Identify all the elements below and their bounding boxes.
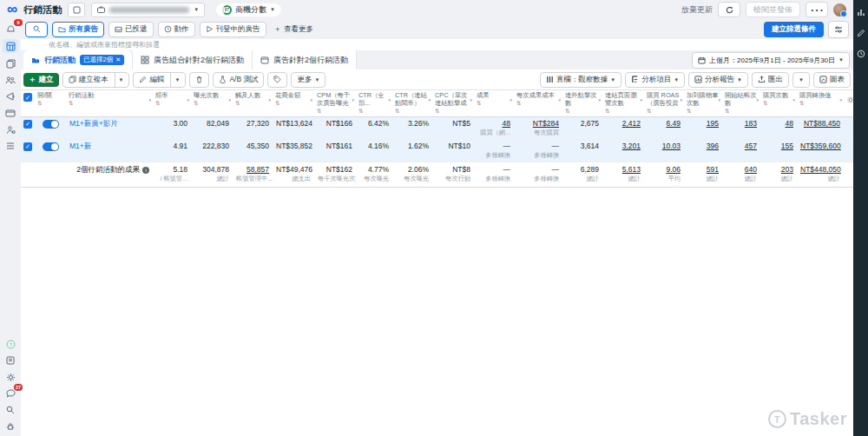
reports-button[interactable]: 分析報告 ▼ (688, 72, 748, 88)
metric-cell: 6.49 (644, 116, 684, 139)
delete-button[interactable] (189, 72, 209, 88)
col-header[interactable]: 花費金額⇅▼ (273, 90, 314, 117)
all-tools-icon[interactable] (3, 140, 17, 152)
col-header[interactable]: 購買 ROAS（廣告投資報...⇅▼ (644, 90, 684, 117)
col-header[interactable]: 購買次數⇅▼ (760, 90, 797, 117)
row-toggle[interactable] (35, 139, 66, 162)
ab-test-button[interactable]: A/B 測試 (213, 72, 264, 88)
breakdown-button[interactable]: 分析項目 ▼ (625, 72, 685, 88)
close-icon[interactable]: ✕ (115, 55, 121, 65)
sliders-icon (834, 26, 843, 33)
charts-button[interactable]: 圖表 (813, 72, 851, 88)
filter-chip-all-ads[interactable]: 所有廣告 (52, 22, 104, 37)
review-publish-button[interactable]: 檢閱並發佈 (746, 2, 800, 17)
gear-icon[interactable] (3, 371, 17, 383)
alerts-badge: 9 (14, 19, 23, 26)
filter-chip-active-ads[interactable]: 刊登中的廣告 (200, 22, 266, 37)
row-toggle[interactable] (35, 116, 66, 139)
duplicate-button[interactable]: 建立複本 ▼ (62, 72, 130, 88)
create-filter-button[interactable]: 建立篩選條件 (764, 22, 824, 37)
sidebar-item-audiences[interactable] (3, 74, 17, 86)
date-range-selector[interactable]: 上個月：2025年9月1日 - 2025年9月30日 ▼ (692, 52, 850, 69)
filter-chip-delivered[interactable]: 已投遞 (108, 22, 154, 37)
columns-button[interactable]: 直欄：觀察數據 ▼ (540, 72, 621, 88)
metric-cell: 457 (722, 139, 760, 162)
meta-logo-icon[interactable]: ∞ (7, 2, 17, 17)
duplicate-caret[interactable]: ▼ (115, 73, 124, 87)
metric-cell: NT$162每千次曝光次數 (314, 162, 356, 187)
search-button[interactable] (25, 22, 48, 37)
edit-button[interactable]: 編輯 ▼ (133, 72, 186, 88)
chevron-down-icon: ▼ (610, 77, 615, 83)
sidebar-item-advertise[interactable] (3, 90, 17, 102)
tab-ads[interactable]: 廣告針對2個行銷活動 (253, 50, 357, 69)
export-caret-button[interactable]: ▼ (792, 72, 810, 88)
sidebar-item-reports[interactable] (3, 57, 17, 69)
more-options-button[interactable]: ⋯ (806, 2, 828, 17)
create-button[interactable]: ＋ 建立 (23, 73, 59, 87)
campaign-name-link[interactable]: M1+新廣+影片 (69, 119, 118, 128)
insights-bar-chart-icon[interactable] (857, 8, 865, 17)
col-header[interactable]: 觸及人數⇅▼ (233, 90, 273, 117)
metric-cell: NT$88,450 (797, 116, 844, 139)
chart-icon (819, 76, 827, 83)
col-header[interactable]: CPM（每千次廣告曝光成本...⇅▼ (314, 90, 356, 117)
avatar[interactable] (833, 3, 846, 17)
metric-cell: NT$359,600 (797, 139, 844, 162)
col-header[interactable]: 連結頁面瀏覽次數⇅▼ (602, 90, 644, 117)
campaign-name-link[interactable]: M1+新 (69, 142, 91, 150)
discard-updates-label[interactable]: 放棄更新 (681, 4, 713, 16)
ad-account-selector[interactable]: ▼ (91, 3, 205, 17)
refresh-button[interactable] (718, 2, 740, 17)
export-button[interactable]: 匯出 (752, 72, 789, 88)
breakdown-icon (631, 76, 639, 83)
view-settings-button[interactable] (828, 21, 849, 38)
col-header[interactable]: 連外點擊次數⇅▼ (562, 90, 602, 117)
row-checkbox[interactable] (21, 116, 35, 139)
messages-icon[interactable]: 27 (3, 387, 17, 400)
row-checkbox[interactable] (21, 139, 35, 162)
campaign-name-cell: M1+新廣+影片 (66, 116, 153, 139)
select-all-checkbox[interactable] (21, 90, 35, 117)
tab-campaigns[interactable]: 行銷活動 已選擇2個 ✕ (23, 50, 133, 69)
col-header[interactable]: 每次成果成本⇅▼ (514, 90, 562, 117)
sidebar-item-billing[interactable] (3, 107, 17, 119)
edit-pencil-icon[interactable] (857, 29, 865, 37)
col-header[interactable]: CPC（單次連結點擊成本）...⇅▼ (432, 90, 474, 117)
workspace-icon-button[interactable] (68, 3, 85, 17)
sidebar-item-account-settings[interactable] (3, 123, 17, 135)
bug-report-icon[interactable] (3, 420, 17, 433)
col-header-onoff[interactable]: 開/關⇅ (35, 90, 66, 117)
col-header[interactable]: 開始結帳次數⇅▼ (722, 90, 760, 117)
sidebar-item-ads-manager[interactable] (3, 39, 18, 53)
col-header[interactable]: CTR（全部...⇅▼ (356, 90, 392, 117)
metric-cell: 6,289總計 (562, 162, 602, 187)
alerts-icon[interactable]: 9 (3, 23, 17, 35)
info-icon[interactable] (142, 167, 149, 174)
opportunity-score[interactable]: 87 商機分數 ▼ (216, 3, 281, 17)
selected-count-badge[interactable]: 已選擇2個 ✕ (80, 55, 124, 65)
metric-cell: NT$161 (314, 139, 356, 162)
col-header[interactable]: 加到購物車次數⇅▼ (684, 90, 722, 117)
search-icon[interactable] (3, 404, 17, 416)
avatar-badge (840, 10, 847, 17)
tab-adsets[interactable]: 廣告組合針對2個行銷活動 (133, 50, 253, 69)
col-header-name[interactable]: 行銷活動⇅▼ (66, 90, 153, 117)
edit-caret[interactable]: ▼ (170, 73, 180, 87)
metric-cell: 4.16% (356, 139, 392, 162)
filter-chip-actions[interactable]: 動作 (158, 22, 195, 37)
help-icon[interactable]: ? (3, 338, 17, 350)
col-header[interactable]: CTR（連結點閱率）⇅▼ (392, 90, 432, 117)
see-more-filters[interactable]: ＋ 查看更多 (274, 24, 314, 35)
more-button[interactable]: 更多 ▼ (291, 72, 326, 88)
history-clock-icon[interactable] (857, 50, 865, 58)
col-header[interactable]: 成果⇅▼ (474, 90, 514, 117)
col-header[interactable]: 曝光次數⇅▼ (191, 90, 233, 117)
metric-cell: 3,614 (562, 139, 602, 162)
summary-row: 2個行銷活動的成果5.18/ 帳號管...304,878總計58,857帳號管理… (21, 162, 858, 187)
guides-icon[interactable] (3, 354, 17, 367)
col-header[interactable]: 頻率⇅▼ (153, 90, 191, 117)
search-hint-bar[interactable]: 依名稱、編號或衡量指標搜尋和篩選 (21, 39, 853, 50)
tag-button[interactable] (267, 72, 287, 88)
col-header[interactable]: 購買轉換值⇅▼ (797, 90, 844, 117)
